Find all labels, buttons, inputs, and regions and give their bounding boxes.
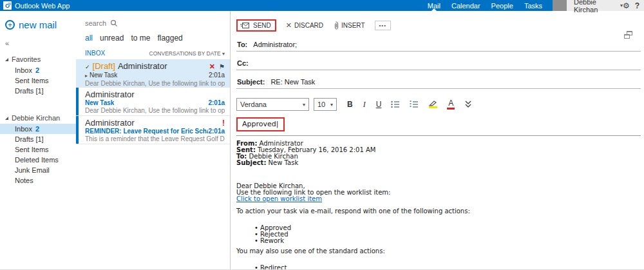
quoted-message-divider	[236, 135, 641, 136]
send-label: SEND	[253, 22, 271, 29]
font-family-select[interactable]: Verdana ▾	[236, 98, 309, 111]
filter-unread[interactable]: unread	[100, 34, 124, 43]
sidebar-item-junk-email[interactable]: Junk Email	[0, 165, 76, 175]
sidebar-item-fav-inbox[interactable]: Inbox2	[0, 65, 76, 75]
search-placeholder: search	[85, 19, 106, 27]
bullet-list-icon	[391, 101, 400, 108]
tree-section-favorites[interactable]: Favorites	[0, 53, 76, 65]
folder-sidebar: + new mail « Favorites Inbox2 Sent Items…	[0, 11, 76, 270]
sidebar-item-fav-sent-items[interactable]: Sent Items	[0, 75, 76, 86]
format-toolbar: Verdana ▾ 10 ▾ B I U	[236, 98, 644, 111]
list-item: Rejected	[254, 231, 644, 238]
subject-field[interactable]: Subject: RE: New Task	[236, 78, 641, 89]
avatar[interactable]	[553, 0, 567, 11]
reply-text: Approved	[242, 120, 276, 128]
app-title: Outlook Web App	[15, 2, 70, 10]
help-icon[interactable]: ?	[635, 1, 639, 10]
filter-to-me[interactable]: to me	[131, 34, 150, 43]
send-icon	[240, 22, 250, 29]
folder-label: Deleted Items	[15, 156, 59, 164]
sidebar-item-deleted-items[interactable]: Deleted Items	[0, 155, 76, 165]
sender-name: Administrator	[85, 119, 135, 128]
insert-button[interactable]: INSERT	[333, 21, 365, 30]
unread-count: 2	[35, 125, 39, 133]
gear-icon[interactable]: ⚙	[623, 1, 630, 10]
message-row-draft[interactable]: ✓ [Draft] Administrator ✕ ⚑ ▸New Task 2:…	[76, 59, 230, 88]
favorites-tree: Favorites Inbox2 Sent Items Drafts [1]	[0, 53, 76, 96]
message-line2: ▸New Task 2:01a	[85, 72, 225, 80]
filter-all[interactable]: all	[85, 34, 93, 43]
more-formatting-button[interactable]	[464, 101, 472, 108]
filter-flagged[interactable]: flagged	[157, 34, 182, 43]
folder-label: Sent Items	[15, 77, 49, 84]
bullet-list-button[interactable]	[391, 101, 400, 108]
message-line2: REMINDER: Leave Request for Eric Schaffe…	[85, 128, 225, 135]
subject-label: Subject:	[237, 78, 265, 86]
standard-action-list: Redirect Delegate Sleep	[254, 265, 644, 270]
sidebar-item-notes[interactable]: Notes	[0, 175, 76, 186]
sidebar-item-sent-items[interactable]: Sent Items	[0, 144, 76, 155]
nav-calendar[interactable]: Calendar	[451, 0, 481, 11]
folder-label: Drafts [1]	[15, 87, 44, 95]
flag-icon[interactable]: ⚑	[219, 63, 225, 72]
nav-tasks[interactable]: Tasks	[524, 0, 543, 11]
new-mail-button[interactable]: + new mail	[5, 19, 76, 30]
expand-icon[interactable]: ▸	[85, 73, 88, 79]
folder-label: Inbox	[15, 125, 32, 133]
to-label: To:	[237, 41, 247, 48]
collapse-pane-button[interactable]: «	[5, 39, 76, 47]
message-preview: Dear Debbie Kirchan, Use the following l…	[85, 80, 225, 88]
top-bar: O Outlook Web App Mail Calendar People T…	[0, 0, 644, 11]
sender-name: Administrator	[118, 62, 167, 71]
more-options-button[interactable]: •••	[375, 21, 391, 30]
sidebar-item-fav-drafts[interactable]: Drafts [1]	[0, 86, 76, 96]
popout-front	[624, 34, 630, 39]
message-row[interactable]: Administrator ! REMINDER: Leave Request …	[76, 116, 230, 144]
outlook-web-app-window: O Outlook Web App Mail Calendar People T…	[0, 0, 644, 270]
message-row[interactable]: Administrator New Task 2:01a Dear Debbie…	[76, 88, 230, 116]
subject-value: New Task	[269, 159, 299, 166]
plus-icon: +	[5, 20, 15, 30]
message-time: 2:01a	[208, 128, 225, 135]
outlook-logo-icon: O	[3, 1, 12, 10]
font-size-select[interactable]: 10 ▾	[314, 98, 337, 111]
cc-field[interactable]: Cc:	[236, 59, 641, 70]
subject-value: RE: New Task	[270, 78, 315, 86]
message-preview: This is a reminder that the Leave Reques…	[85, 135, 225, 143]
font-color-button[interactable]: A	[447, 100, 455, 110]
underline-button[interactable]: U	[376, 101, 382, 108]
tree-expand-icon	[5, 58, 8, 61]
nav-mail[interactable]: Mail	[427, 0, 441, 11]
compose-pane: SEND ✕ DISCARD INSERT •••	[231, 11, 644, 270]
to-field[interactable]: To: Administrator;	[236, 41, 641, 52]
nav-people[interactable]: People	[491, 0, 514, 11]
send-button[interactable]: SEND	[236, 19, 276, 32]
popout-icon[interactable]	[624, 31, 632, 39]
chevron-down-icon: ▾	[303, 102, 305, 108]
numbered-list-button[interactable]	[410, 101, 419, 108]
numbered-list-icon	[410, 101, 419, 108]
double-chevron-down-icon	[464, 101, 472, 108]
highlight-button[interactable]	[428, 101, 437, 108]
message-line1: ✓ [Draft] Administrator ✕ ⚑	[85, 62, 225, 72]
italic-button[interactable]: I	[363, 101, 366, 108]
message-time: 2:01a	[208, 99, 225, 107]
message-subject: New Task	[90, 72, 117, 79]
sort-selector[interactable]: CONVERSATIONS BY DATE ▾	[149, 50, 225, 57]
discard-button[interactable]: ✕ DISCARD	[286, 21, 323, 30]
sender-name: Administrator	[85, 90, 135, 99]
message-body-editor[interactable]: Approved|	[236, 111, 644, 131]
folder-label: Inbox	[15, 66, 32, 74]
delete-icon[interactable]: ✕	[209, 62, 215, 71]
search-input[interactable]: search	[85, 19, 230, 27]
cc-label: Cc:	[237, 59, 249, 67]
bold-button[interactable]: B	[347, 101, 353, 108]
tree-section-mailbox[interactable]: Debbie Kirchan	[0, 112, 76, 124]
message-line2: New Task 2:01a	[85, 99, 225, 107]
sidebar-item-drafts[interactable]: Drafts [1]	[0, 134, 76, 144]
standard-actions-intro: You may also use one of the standard act…	[236, 248, 644, 255]
worklist-link[interactable]: Click to open worklist item	[236, 195, 322, 202]
search-icon	[110, 19, 118, 27]
sidebar-item-inbox[interactable]: Inbox2	[0, 124, 76, 134]
user-menu[interactable]: Debbie Kirchan ▾ ⚙ ?	[567, 0, 644, 11]
